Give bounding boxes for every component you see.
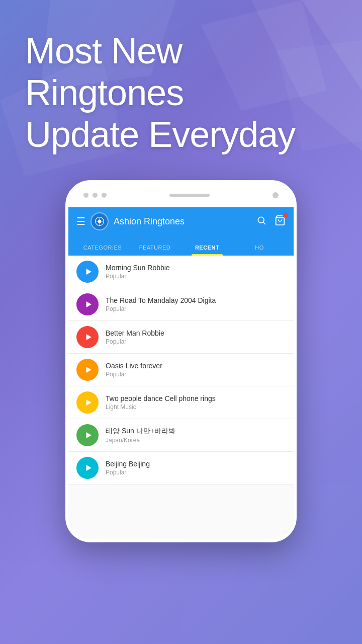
song-genre-3: Popular: [106, 338, 286, 345]
phone-frame: ☰ Ashion Ringtones: [65, 180, 297, 542]
header-icons: [256, 215, 286, 228]
play-button-1[interactable]: [76, 261, 99, 283]
song-info-5: Two people dance Cell phone rings Light …: [106, 394, 286, 411]
list-item[interactable]: Oasis Live forever Popular: [68, 354, 294, 386]
song-info-2: The Road To Mandalay 2004 Digita Popular: [106, 296, 286, 312]
song-genre-6: Japan/Korea: [106, 437, 286, 444]
app-title: Ashion Ringtones: [114, 216, 251, 227]
svg-marker-3: [277, 40, 362, 151]
list-item[interactable]: The Road To Mandalay 2004 Digita Popular: [68, 288, 294, 321]
phone-dot-1: [83, 193, 88, 198]
song-title-5: Two people dance Cell phone rings: [106, 394, 286, 403]
app-logo: [90, 212, 109, 230]
play-button-7[interactable]: [76, 457, 99, 479]
song-info-4: Oasis Live forever Popular: [106, 362, 286, 378]
song-info-3: Better Man Robbie Popular: [106, 329, 286, 345]
search-icon[interactable]: [256, 215, 266, 228]
song-list: Morning Sun Robbie Popular The Road To M…: [68, 256, 294, 539]
list-item[interactable]: Beijing Beijing Popular: [68, 452, 294, 485]
song-info-6: 태양 Sun 나만+바라봐 Japan/Korea: [106, 427, 286, 444]
svg-marker-10: [86, 269, 92, 275]
song-genre-4: Popular: [106, 371, 286, 378]
svg-marker-15: [86, 432, 92, 438]
song-title-3: Better Man Robbie: [106, 329, 286, 337]
svg-marker-14: [86, 399, 92, 406]
song-genre-2: Popular: [106, 305, 286, 312]
song-title-7: Beijing Beijing: [106, 460, 286, 468]
list-item[interactable]: Better Man Robbie Popular: [68, 321, 294, 354]
song-genre-1: Popular: [106, 273, 286, 280]
phone-status-bar: [68, 183, 294, 207]
song-title-4: Oasis Live forever: [106, 362, 286, 370]
play-button-6[interactable]: [76, 424, 99, 446]
phone-dot-3: [102, 193, 107, 198]
menu-icon[interactable]: ☰: [76, 215, 85, 227]
song-genre-5: Light Music: [106, 404, 286, 411]
list-item[interactable]: Morning Sun Robbie Popular: [68, 256, 294, 288]
svg-marker-11: [86, 301, 92, 307]
play-button-5[interactable]: [76, 391, 99, 414]
play-button-4[interactable]: [76, 359, 99, 381]
bag-icon[interactable]: [275, 215, 286, 228]
phone-dots: [83, 193, 107, 198]
tab-featured[interactable]: FEATURED: [129, 245, 181, 256]
song-info-1: Morning Sun Robbie Popular: [106, 264, 286, 280]
app-tabs: CATEGORIES FEATURED RECENT HO: [76, 235, 286, 256]
app-header: ☰ Ashion Ringtones: [68, 207, 294, 256]
song-title-1: Morning Sun Robbie: [106, 264, 286, 272]
phone-speaker: [169, 194, 210, 197]
phone-dot-2: [93, 193, 98, 198]
song-genre-7: Popular: [106, 469, 286, 476]
svg-marker-16: [86, 465, 92, 471]
svg-marker-12: [86, 334, 92, 340]
song-title-2: The Road To Mandalay 2004 Digita: [106, 296, 286, 304]
song-info-7: Beijing Beijing Popular: [106, 460, 286, 476]
tab-hot[interactable]: HO: [233, 245, 286, 256]
notification-badge: [283, 213, 288, 218]
tab-categories[interactable]: CATEGORIES: [76, 245, 129, 256]
svg-marker-5: [40, 0, 176, 91]
phone-camera: [273, 192, 279, 198]
play-button-3[interactable]: [76, 326, 99, 348]
list-item[interactable]: 태양 Sun 나만+바라봐 Japan/Korea: [68, 419, 294, 452]
play-button-2[interactable]: [76, 293, 99, 315]
svg-marker-13: [86, 367, 92, 373]
tab-recent[interactable]: RECENT: [181, 245, 233, 256]
song-title-6: 태양 Sun 나만+바라봐: [106, 427, 286, 436]
list-item[interactable]: Two people dance Cell phone rings Light …: [68, 386, 294, 419]
